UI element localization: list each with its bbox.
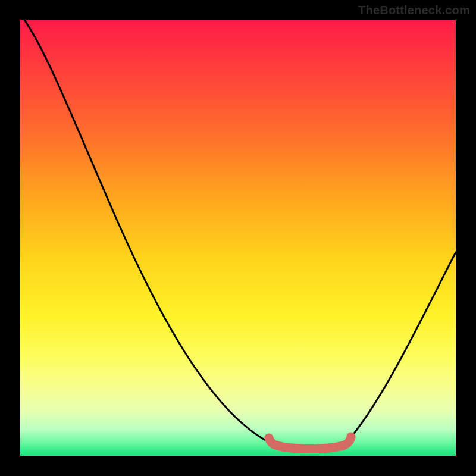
optimal-range-highlight xyxy=(269,437,351,449)
chart-frame: TheBottleneck.com xyxy=(0,0,476,476)
plot-area xyxy=(20,20,456,456)
watermark-text: TheBottleneck.com xyxy=(358,4,470,17)
chart-svg xyxy=(20,20,456,456)
bottleneck-curve xyxy=(20,14,456,450)
optimal-start-marker xyxy=(265,434,273,442)
